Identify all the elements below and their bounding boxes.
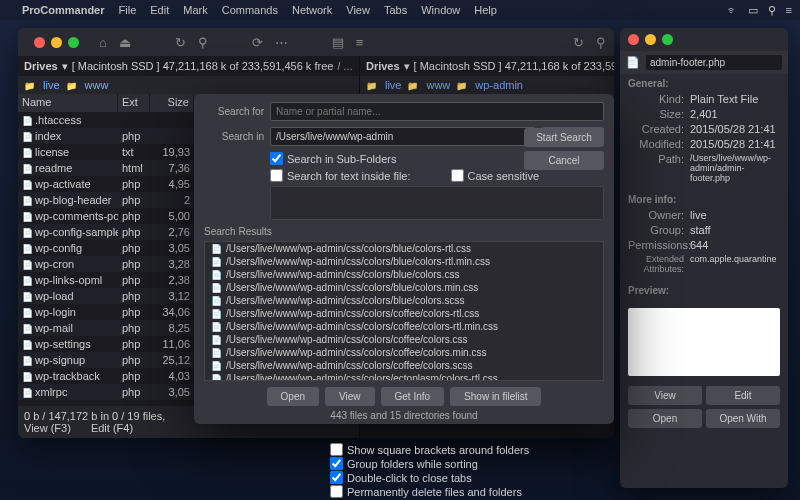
- result-row[interactable]: /Users/live/www/wp-admin/css/colors/blue…: [205, 268, 603, 281]
- opt-dblclick[interactable]: Double-click to close tabs: [330, 471, 529, 484]
- case-check[interactable]: Case sensitive: [451, 169, 540, 182]
- menu-help[interactable]: Help: [474, 4, 497, 16]
- result-row[interactable]: /Users/live/www/wp-admin/css/colors/blue…: [205, 242, 603, 255]
- filename-field[interactable]: admin-footer.php: [646, 55, 782, 70]
- traffic-lights: [26, 31, 87, 54]
- left-pathbar[interactable]: live www: [18, 76, 359, 94]
- kind-value: Plain Text File: [690, 93, 780, 105]
- start-search-button[interactable]: Start Search: [524, 128, 604, 147]
- refresh-right-icon[interactable]: ↻: [573, 35, 584, 50]
- result-row[interactable]: /Users/live/www/wp-admin/css/colors/ecto…: [205, 372, 603, 381]
- modified-value: 2015/05/28 21:41: [690, 138, 780, 150]
- minimize-button[interactable]: [51, 37, 62, 48]
- result-row[interactable]: /Users/live/www/wp-admin/css/colors/coff…: [205, 307, 603, 320]
- preview-heading: Preview:: [628, 285, 780, 296]
- file-icon: 📄: [626, 56, 640, 69]
- minimize-button[interactable]: [645, 34, 656, 45]
- path-seg[interactable]: live: [385, 79, 402, 91]
- view-button[interactable]: View (F3): [24, 422, 71, 434]
- disk-icon[interactable]: ⏏: [119, 35, 131, 50]
- left-drivebar[interactable]: Drives ▾ [ Macintosh SSD ] 47,211,168 k …: [18, 56, 359, 76]
- list-icon[interactable]: ≡: [356, 35, 364, 50]
- home-icon[interactable]: ⌂: [99, 35, 107, 50]
- maximize-button[interactable]: [68, 37, 79, 48]
- info-openwith-button[interactable]: Open With: [706, 409, 780, 428]
- result-view-button[interactable]: View: [325, 387, 375, 406]
- path-seg[interactable]: wp-admin: [475, 79, 523, 91]
- menu-icon[interactable]: ≡: [786, 4, 792, 16]
- result-row[interactable]: /Users/live/www/wp-admin/css/colors/coff…: [205, 346, 603, 359]
- drives-label: Drives: [366, 60, 400, 72]
- path-seg[interactable]: live: [43, 79, 60, 91]
- opt-permdelete[interactable]: Permanently delete files and folders: [330, 485, 529, 498]
- path-seg[interactable]: www: [426, 79, 450, 91]
- extattr-label: Extended Attributes:: [628, 254, 684, 274]
- refresh-icon[interactable]: ↻: [175, 35, 186, 50]
- path-value: /Users/live/www/wp-admin/admin-footer.ph…: [690, 153, 780, 183]
- group-label: Group:: [628, 224, 684, 236]
- col-size[interactable]: Size: [150, 94, 194, 112]
- search-text-box[interactable]: [270, 186, 604, 220]
- result-row[interactable]: /Users/live/www/wp-admin/css/colors/coff…: [205, 359, 603, 372]
- wifi-icon[interactable]: ᯤ: [727, 4, 738, 16]
- perm-label: Permissions:: [628, 239, 684, 251]
- info-view-button[interactable]: View: [628, 386, 702, 405]
- info-edit-button[interactable]: Edit: [706, 386, 780, 405]
- size-value: 2,401: [690, 108, 780, 120]
- menu-mark[interactable]: Mark: [183, 4, 207, 16]
- right-drivebar[interactable]: Drives ▾ [ Macintosh SSD ] 47,211,168 k …: [360, 56, 614, 76]
- toolbar: ⌂ ⏏ ↻ ⚲ ⟳ ⋯ ▤ ≡ ↻ ⚲: [18, 28, 614, 56]
- owner-value: live: [690, 209, 780, 221]
- path-label: Path:: [628, 153, 684, 183]
- edit-button[interactable]: Edit (F4): [91, 422, 133, 434]
- menu-commands[interactable]: Commands: [222, 4, 278, 16]
- menu-file[interactable]: File: [119, 4, 137, 16]
- col-name[interactable]: Name: [18, 94, 118, 112]
- app-name[interactable]: ProCommander: [22, 4, 105, 16]
- col-ext[interactable]: Ext: [118, 94, 150, 112]
- search-dialog: Search for Search in Browse... Start Sea…: [194, 94, 614, 424]
- right-pathbar[interactable]: live www wp-admin: [360, 76, 614, 94]
- result-row[interactable]: /Users/live/www/wp-admin/css/colors/blue…: [205, 255, 603, 268]
- opt-group[interactable]: Group folders while sorting: [330, 457, 529, 470]
- result-row[interactable]: /Users/live/www/wp-admin/css/colors/coff…: [205, 333, 603, 346]
- menu-view[interactable]: View: [346, 4, 370, 16]
- subfolders-check[interactable]: Search in Sub-Folders: [270, 152, 396, 165]
- results-heading: Search Results: [204, 226, 604, 237]
- result-row[interactable]: /Users/live/www/wp-admin/css/colors/blue…: [205, 281, 603, 294]
- cancel-button[interactable]: Cancel: [524, 151, 604, 170]
- result-open-button[interactable]: Open: [267, 387, 319, 406]
- close-button[interactable]: [628, 34, 639, 45]
- panel-icon[interactable]: ▤: [332, 35, 344, 50]
- result-getinfo-button[interactable]: Get Info: [381, 387, 445, 406]
- drive-info: [ Macintosh SSD ] 47,211,168 k of 233,59…: [72, 60, 334, 72]
- menu-tabs[interactable]: Tabs: [384, 4, 407, 16]
- text-inside-check[interactable]: Search for text inside file:: [270, 169, 411, 182]
- search-right-icon[interactable]: ⚲: [596, 35, 606, 50]
- sync-icon[interactable]: ⟳: [252, 35, 263, 50]
- options-panel: Show square brackets around folders Grou…: [330, 442, 529, 499]
- search-toolbar-icon[interactable]: ⚲: [198, 35, 208, 50]
- owner-label: Owner:: [628, 209, 684, 221]
- result-showinlist-button[interactable]: Show in filelist: [450, 387, 541, 406]
- menu-edit[interactable]: Edit: [150, 4, 169, 16]
- menubar: ProCommander File Edit Mark Commands Net…: [0, 0, 800, 20]
- path-seg[interactable]: www: [85, 79, 109, 91]
- size-label: Size:: [628, 108, 684, 120]
- result-row[interactable]: /Users/live/www/wp-admin/css/colors/blue…: [205, 294, 603, 307]
- maximize-button[interactable]: [662, 34, 673, 45]
- general-heading: General:: [628, 78, 780, 89]
- search-icon[interactable]: ⚲: [768, 4, 776, 17]
- battery-icon[interactable]: ▭: [748, 4, 758, 17]
- opt-brackets[interactable]: Show square brackets around folders: [330, 443, 529, 456]
- search-for-input[interactable]: [270, 102, 604, 121]
- search-in-label: Search in: [204, 131, 264, 142]
- search-in-input[interactable]: [270, 127, 536, 146]
- menu-window[interactable]: Window: [421, 4, 460, 16]
- menu-network[interactable]: Network: [292, 4, 332, 16]
- result-row[interactable]: /Users/live/www/wp-admin/css/colors/coff…: [205, 320, 603, 333]
- info-open-button[interactable]: Open: [628, 409, 702, 428]
- close-button[interactable]: [34, 37, 45, 48]
- dots-icon[interactable]: ⋯: [275, 35, 288, 50]
- results-list[interactable]: /Users/live/www/wp-admin/css/colors/blue…: [204, 241, 604, 381]
